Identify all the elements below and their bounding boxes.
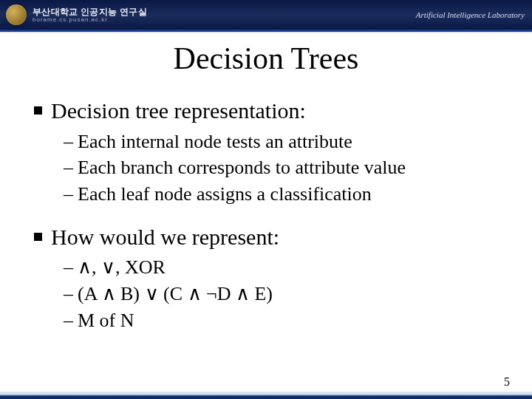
item-text: Each internal node tests an attribute [78,129,352,154]
list-item: – M of N [64,308,504,333]
section-heading-1: Decision tree representation: [34,97,504,125]
section-2-text: How would we represent: [51,223,279,251]
slide-content: Decision Trees Decision tree representat… [0,32,532,333]
item-text: M of N [78,308,134,333]
header-text-block: 부산대학교 인공지능 연구실 borame.cs.pusan.ac.kr [33,7,147,23]
footer-band [0,392,532,399]
item-text: Each branch corresponds to attribute val… [78,155,406,180]
org-name-kr: 부산대학교 인공지능 연구실 [33,7,147,16]
dash-icon: – [64,282,73,307]
section-1-text: Decision tree representation: [51,97,306,125]
item-text: Each leaf node assigns a classification [78,182,372,207]
header-left: 부산대학교 인공지능 연구실 borame.cs.pusan.ac.kr [6,4,147,25]
dash-icon: – [64,308,73,333]
list-item: – Each leaf node assigns a classificatio… [64,182,504,207]
page-number: 5 [504,375,510,389]
section-2-items: – ∧, ∨, XOR – (A ∧ B) ∨ (C ∧ ¬D ∧ E) – M… [64,255,504,332]
list-item: – (A ∧ B) ∨ (C ∧ ¬D ∧ E) [64,282,504,307]
bullet-square-icon [34,233,42,241]
item-text: ∧, ∨, XOR [78,255,166,280]
dash-icon: – [64,129,73,154]
list-item: – Each branch corresponds to attribute v… [64,155,504,180]
dash-icon: – [64,155,73,180]
list-item: – Each internal node tests an attribute [64,129,504,154]
slide-header: 부산대학교 인공지능 연구실 borame.cs.pusan.ac.kr Art… [0,0,532,30]
lab-name-en: Artificial Intelligence Laboratory [416,10,525,19]
university-logo-icon [6,4,27,25]
section-1-items: – Each internal node tests an attribute … [64,129,504,207]
bullet-square-icon [34,106,42,115]
item-text: (A ∧ B) ∨ (C ∧ ¬D ∧ E) [78,282,273,307]
dash-icon: – [64,182,73,207]
slide-title: Decision Trees [28,41,504,76]
list-item: – ∧, ∨, XOR [64,255,504,280]
org-url: borame.cs.pusan.ac.kr [33,17,147,23]
dash-icon: – [64,255,73,280]
section-heading-2: How would we represent: [34,223,504,251]
